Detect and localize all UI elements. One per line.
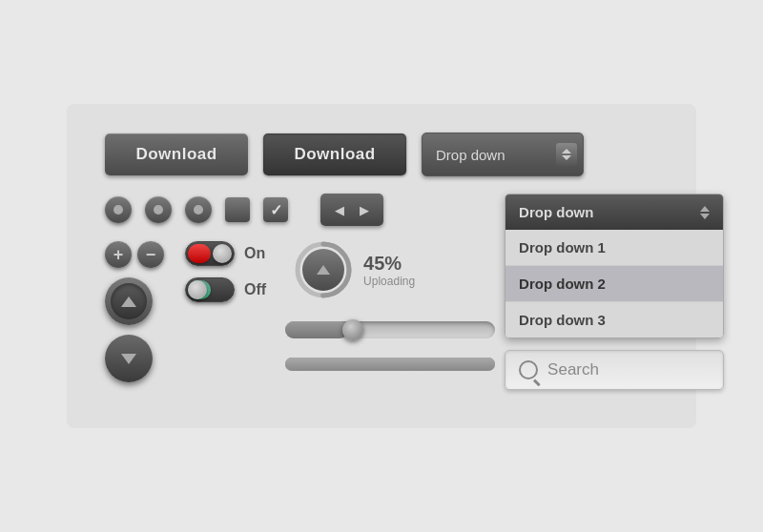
down-arrow-icon: [121, 354, 136, 364]
big-circle-up-btn[interactable]: [105, 277, 153, 325]
big-circle-down-btn[interactable]: [105, 335, 153, 382]
dropdown-open: Drop down Drop down 1 Drop down 2 Drop d…: [505, 194, 724, 338]
header-arrow-down: [700, 214, 710, 219]
minus-button[interactable]: −: [137, 241, 164, 268]
dropdown-header-arrows: [700, 206, 710, 219]
upload-inner-icon: [302, 249, 344, 291]
upload-progress: [295, 241, 352, 298]
plus-button[interactable]: +: [105, 241, 132, 268]
upload-arrow-icon: [317, 265, 330, 275]
download-button-2[interactable]: Download: [263, 133, 406, 175]
dropdown-arrow-box: [556, 143, 577, 166]
nav-arrow-left[interactable]: ◀: [328, 198, 351, 221]
dropdown-collapsed[interactable]: Drop down: [422, 133, 584, 176]
slider-1[interactable]: [285, 321, 495, 338]
toggle-off-label: Off: [244, 281, 266, 298]
plus-minus-row: + −: [105, 241, 164, 268]
search-placeholder: Search: [547, 360, 710, 379]
upload-status: Uploading: [363, 275, 415, 288]
toggle-on-label: On: [244, 245, 265, 262]
dropdown-open-header[interactable]: Drop down: [505, 194, 723, 230]
header-arrow-up: [700, 206, 710, 212]
toggle-on[interactable]: [185, 241, 235, 266]
slider-2[interactable]: [285, 358, 495, 371]
nav-arrows: ◀ ▶: [320, 194, 383, 226]
dropdown-item-2[interactable]: Drop down 2: [505, 266, 723, 302]
upload-info: 45% Uploading: [363, 253, 415, 288]
dropdown-label: Drop down: [436, 147, 556, 163]
radio-btn-3[interactable]: [185, 196, 212, 223]
up-arrow-icon: [121, 297, 136, 307]
checkbox-unchecked[interactable]: [225, 197, 250, 222]
upload-percent: 45%: [363, 253, 415, 275]
big-circle-inner: [111, 283, 147, 319]
toggle-off[interactable]: [185, 277, 235, 302]
dropdown-item-1[interactable]: Drop down 1: [505, 230, 723, 266]
search-box[interactable]: Search: [505, 350, 724, 390]
slider-thumb-1[interactable]: [342, 319, 363, 340]
arrow-up-icon: [562, 149, 571, 153]
nav-arrow-right[interactable]: ▶: [353, 198, 376, 221]
dropdown-item-3[interactable]: Drop down 3: [505, 302, 723, 338]
dropdown-open-label: Drop down: [519, 204, 593, 220]
radio-btn-1[interactable]: [105, 196, 132, 223]
search-icon: [519, 360, 538, 379]
checkbox-checked[interactable]: ✓: [263, 197, 288, 222]
arrow-down-icon: [562, 155, 571, 160]
download-button-1[interactable]: Download: [105, 133, 248, 175]
radio-btn-2[interactable]: [145, 196, 172, 223]
